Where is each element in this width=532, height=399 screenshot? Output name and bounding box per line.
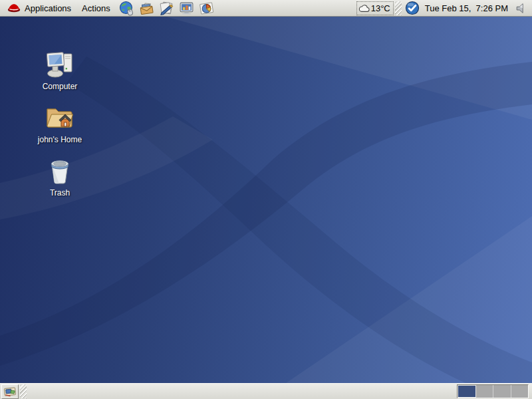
workspace-switcher bbox=[457, 384, 529, 398]
top-panel: Applications Actions bbox=[0, 0, 532, 17]
spreadsheet-icon bbox=[199, 1, 214, 16]
update-notifier-applet[interactable] bbox=[403, 1, 422, 16]
word-processor-launcher[interactable] bbox=[159, 0, 175, 16]
trash-icon bbox=[45, 158, 74, 186]
applet-drag-handle[interactable] bbox=[395, 1, 402, 15]
gnome-desktop-screen: Applications Actions bbox=[0, 0, 532, 399]
speaker-icon bbox=[515, 2, 527, 15]
weather-applet[interactable]: 13°C bbox=[356, 1, 394, 15]
spreadsheet-launcher[interactable] bbox=[199, 0, 215, 16]
check-circle-icon bbox=[405, 1, 420, 15]
email-launcher[interactable] bbox=[139, 0, 155, 16]
redhat-icon bbox=[7, 3, 21, 13]
clock-label: Tue Feb 15, 7:26 PM bbox=[425, 3, 508, 13]
desktop-icon-label: Computer bbox=[43, 82, 78, 91]
presentation-icon bbox=[179, 1, 194, 16]
applications-menu-label: Applications bbox=[25, 3, 71, 13]
bottom-panel bbox=[0, 383, 532, 399]
actions-menu-label: Actions bbox=[82, 3, 110, 13]
launcher-group bbox=[119, 0, 215, 16]
email-icon bbox=[139, 1, 154, 16]
workspace-2[interactable] bbox=[476, 385, 494, 398]
desktop-icon-home[interactable]: john's Home bbox=[27, 104, 93, 144]
word-processor-icon bbox=[159, 1, 174, 16]
applications-menu[interactable]: Applications bbox=[2, 1, 76, 16]
workspace-3[interactable] bbox=[493, 385, 511, 398]
computer-icon bbox=[44, 51, 76, 79]
workspace-4[interactable] bbox=[511, 385, 529, 398]
workspace-1[interactable] bbox=[458, 385, 476, 398]
home-folder-icon bbox=[44, 104, 76, 132]
desktop[interactable]: Computer john's Home bbox=[0, 17, 532, 383]
desktop-icon-computer[interactable]: Computer bbox=[27, 51, 93, 91]
show-desktop-icon bbox=[3, 386, 17, 398]
clock-applet[interactable]: Tue Feb 15, 7:26 PM bbox=[422, 1, 512, 16]
desktop-icon-label: john's Home bbox=[38, 135, 82, 144]
desktop-icon-label: Trash bbox=[50, 188, 70, 198]
cloud-icon bbox=[358, 4, 370, 13]
presentation-launcher[interactable] bbox=[179, 0, 195, 16]
volume-applet[interactable] bbox=[512, 1, 530, 16]
web-browser-launcher[interactable] bbox=[119, 0, 135, 16]
desktop-icon-trash[interactable]: Trash bbox=[27, 158, 93, 198]
panel-drag-handle[interactable] bbox=[20, 384, 27, 398]
temperature-label: 13°C bbox=[371, 3, 390, 13]
show-desktop-button[interactable] bbox=[1, 384, 19, 399]
web-browser-icon bbox=[119, 1, 134, 16]
actions-menu[interactable]: Actions bbox=[76, 1, 116, 16]
